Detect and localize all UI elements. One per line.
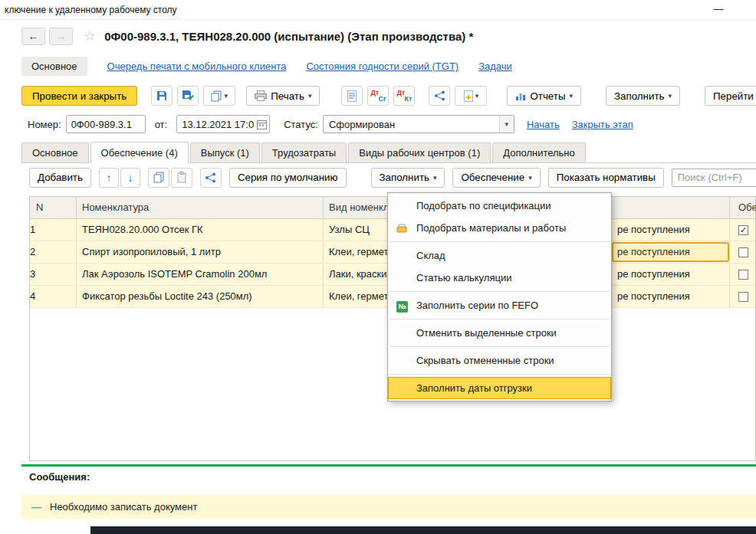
print-button[interactable]: Печать ▾ <box>246 86 320 106</box>
attach-files-button[interactable]: ▾ <box>455 86 487 106</box>
move-up-button[interactable]: ↑ <box>99 168 119 188</box>
cell-nomenclature[interactable]: ТЕЯН028.20.000 Отсек ГК <box>76 219 323 241</box>
document-structure-button[interactable] <box>341 86 363 106</box>
header-supply[interactable] <box>613 197 728 218</box>
close-stage-link[interactable]: Закрыть этап <box>572 119 633 130</box>
share-icon <box>205 172 216 183</box>
grid-share-button[interactable] <box>200 168 222 188</box>
supply-menu-button[interactable]: Обеспечение ▾ <box>452 168 540 188</box>
search-input[interactable] <box>672 169 756 187</box>
section-main[interactable]: Основное <box>21 57 87 76</box>
tab-workcenters[interactable]: Виды рабочих центров (1) <box>348 143 491 162</box>
dt-cr-movements-button[interactable]: ДтCr <box>367 86 389 106</box>
cell-n[interactable]: 2 <box>30 241 44 263</box>
checkbox-unchecked[interactable] <box>738 270 748 280</box>
back-button[interactable]: ← <box>21 28 45 45</box>
cell-nomenclature[interactable]: Спирт изопропиловый, 1 литр <box>76 241 323 263</box>
number-input[interactable] <box>66 115 146 133</box>
post-and-close-button[interactable]: Провести и закрыть <box>21 86 137 106</box>
cell-n[interactable]: 1 <box>30 219 44 241</box>
navigation-row: ← → ☆ 0Ф00-989.3.1, ТЕЯН028.20.000 (испы… <box>21 25 756 47</box>
menu-item-fill-series-fefo[interactable]: № Заполнить серии по FEFO <box>388 294 611 316</box>
calendar-button[interactable] <box>256 119 268 129</box>
combo-dropdown-button[interactable]: ▾ <box>499 116 514 133</box>
checkbox-unchecked[interactable] <box>738 292 748 302</box>
menu-item-pick-by-spec[interactable]: Подобрать по спецификации <box>388 195 611 217</box>
grid-fill-menu-button[interactable]: Заполнить ▾ <box>371 168 445 188</box>
from-label: от: <box>155 119 168 130</box>
tab-main[interactable]: Основное <box>21 143 89 162</box>
checkbox-unchecked[interactable] <box>738 247 748 257</box>
status-value: Сформирован <box>324 119 499 130</box>
copy-rows-button[interactable] <box>148 168 169 188</box>
section-link-print-queue[interactable]: Очередь печати с мобильного клиента <box>107 61 287 72</box>
menu-item-pick-materials[interactable]: Подобрать материалы и работы <box>388 217 611 239</box>
printer-icon <box>255 90 267 101</box>
share-discuss-button[interactable] <box>429 86 450 106</box>
chevron-down-icon: ▾ <box>528 174 532 182</box>
print-label: Печать <box>271 90 304 102</box>
window-title: ключение к удаленному рабочему столу <box>5 5 177 15</box>
fill-menu-button[interactable]: Заполнить ▾ <box>606 86 680 106</box>
app-window: ключение к удаленному рабочему столу — ←… <box>0 0 756 534</box>
cell-supply[interactable]: ре поступления <box>613 219 728 241</box>
goto-label: Перейти <box>713 90 754 102</box>
paste-rows-button[interactable] <box>171 168 192 188</box>
header-check[interactable]: Обес <box>729 197 756 218</box>
cell-supply[interactable]: ре поступления <box>613 241 728 263</box>
document-tabs: Основное Обеспечение (4) Выпуск (1) Труд… <box>21 142 756 163</box>
forward-button[interactable]: → <box>49 28 73 45</box>
section-link-series-states[interactable]: Состояния годности серий (TGT) <box>306 61 459 72</box>
cell-n[interactable]: 4 <box>30 286 44 307</box>
paste-icon <box>176 172 187 183</box>
favorite-star-icon[interactable]: ☆ <box>84 28 96 44</box>
reports-button[interactable]: Отчеты ▾ <box>507 86 581 106</box>
menu-separator <box>390 374 610 375</box>
minimize-button[interactable]: — <box>707 1 730 18</box>
message-item[interactable]: — Необходимо записать документ <box>21 495 756 519</box>
cell-nomenclature[interactable]: Фиксатор резьбы Loctite 243 (250мл) <box>76 286 323 307</box>
menu-item-cost-article[interactable]: Статью калькуляции <box>388 267 611 289</box>
window-titlebar: ключение к удаленному рабочему столу — <box>0 0 756 20</box>
post-button[interactable] <box>177 86 199 106</box>
tab-supply[interactable]: Обеспечение (4) <box>90 142 189 163</box>
supply-label: Обеспечение <box>461 172 524 183</box>
add-row-button[interactable]: Добавить <box>29 168 91 188</box>
default-series-button[interactable]: Серия по умолчанию <box>229 168 347 188</box>
show-norms-button[interactable]: Показать нормативы <box>548 168 664 188</box>
cell-supply[interactable]: ре поступления <box>613 286 728 307</box>
messages-title: Сообщения: <box>29 471 90 483</box>
menu-separator <box>390 319 610 319</box>
goto-menu-button[interactable]: Перейти ▾ <box>705 86 756 106</box>
cell-nomenclature[interactable]: Лак Аэрозоль ISOTEMP Cramolin 200мл <box>76 264 323 285</box>
header-nomenclature[interactable]: Номенклатура <box>76 197 323 218</box>
floppy-post-icon <box>182 90 194 102</box>
create-based-on-button[interactable]: ▾ <box>203 86 235 106</box>
menu-separator <box>390 291 610 292</box>
header-n[interactable]: N <box>30 197 43 218</box>
start-link[interactable]: Начать <box>527 119 560 130</box>
tab-labor[interactable]: Трудозатраты <box>261 143 347 162</box>
menu-separator <box>390 346 610 347</box>
menu-item-fill-shipment-dates[interactable]: Заполнить даты отгрузки <box>388 377 611 399</box>
menu-item-cancel-selected-rows[interactable]: Отменить выделенные строки <box>388 322 611 344</box>
cell-supply[interactable]: ре поступления <box>613 264 728 285</box>
menu-item-hide-cancelled-rows[interactable]: Скрывать отмененные строки <box>388 349 611 372</box>
tab-additional[interactable]: Дополнительно <box>492 143 586 162</box>
tab-output[interactable]: Выпуск (1) <box>190 143 260 162</box>
forward-icon: → <box>56 30 67 42</box>
menu-item-warehouse[interactable]: Склад <box>388 244 611 267</box>
dt-kt-movements-button[interactable]: ДтКт <box>393 86 415 106</box>
status-combobox[interactable]: Сформирован ▾ <box>323 115 514 133</box>
copy-pages-icon <box>211 90 222 102</box>
chevron-down-icon: ▾ <box>505 120 509 128</box>
save-button[interactable] <box>151 86 173 106</box>
checkbox-checked[interactable]: ✓ <box>738 225 748 235</box>
section-link-tasks[interactable]: Задачи <box>478 61 512 72</box>
menu-separator <box>390 241 610 242</box>
bar-chart-icon <box>515 90 526 101</box>
messages-splitter[interactable] <box>21 464 756 467</box>
move-down-button[interactable]: ↓ <box>120 168 140 188</box>
cell-n[interactable]: 3 <box>30 264 44 285</box>
chevron-down-icon: ▾ <box>570 92 574 100</box>
